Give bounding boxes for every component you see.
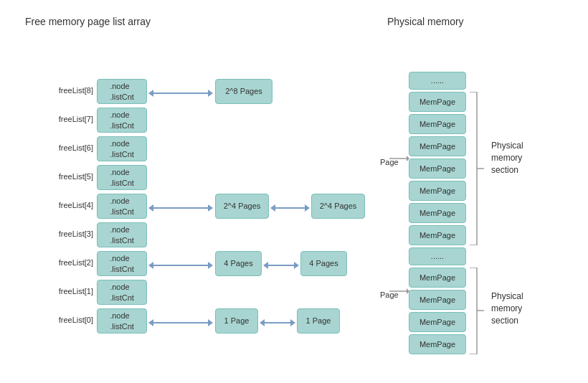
arrow-0-2	[260, 319, 295, 326]
phys-section-label-2: Physicalmemorysection	[491, 290, 523, 326]
phys-mempage-1-2: MemPage	[409, 114, 466, 134]
arrowhead	[305, 204, 310, 212]
phys-dots-1: ......	[409, 72, 466, 90]
arrowhead	[260, 319, 265, 326]
node-box-2: .node.listCnt	[97, 251, 147, 276]
arrowhead	[270, 204, 275, 212]
page-box-0-2: 1 Page	[297, 308, 340, 334]
arrowhead	[208, 90, 213, 97]
page-box-2-1: 4 Pages	[215, 251, 262, 276]
arrowhead	[148, 319, 153, 326]
node-box-8: .node.listCnt	[97, 79, 147, 104]
phys-mempage-1-3: MemPage	[409, 136, 466, 156]
arrowhead	[290, 319, 295, 326]
arrow-line	[275, 207, 305, 209]
free-list-title: Free memory page list array	[25, 16, 151, 27]
svg-marker-1	[407, 156, 409, 161]
node-box-0: .node.listCnt	[97, 308, 147, 334]
phys-mempage-1-6: MemPage	[409, 203, 466, 223]
arrow-2-2	[263, 262, 299, 269]
arrowhead	[294, 262, 299, 269]
node-box-3: .node.listCnt	[97, 222, 147, 247]
arrow-line	[153, 265, 208, 266]
page-box-4-1: 2^4 Pages	[215, 194, 269, 219]
page-arrow-2	[389, 281, 409, 301]
phys-mempage-2-2: MemPage	[409, 290, 466, 310]
brace-2	[466, 268, 488, 354]
arrow-line	[153, 322, 208, 323]
free-label-8: freeList[8]	[36, 86, 93, 95]
page-box-0-1: 1 Page	[215, 308, 258, 334]
phys-mempage-1-1: MemPage	[409, 92, 466, 112]
page-box-2-2: 4 Pages	[300, 251, 347, 276]
phys-dots-2: ......	[409, 247, 466, 265]
arrow-line	[153, 207, 208, 209]
node-box-5: .node.listCnt	[97, 165, 147, 190]
free-label-4: freeList[4]	[36, 201, 93, 209]
arrow-4-1	[148, 204, 213, 212]
node-box-6: .node.listCnt	[97, 136, 147, 161]
page-box-4-2: 2^4 Pages	[311, 194, 365, 219]
brace-1	[466, 92, 488, 245]
svg-marker-3	[407, 288, 409, 294]
arrow-line	[153, 93, 208, 94]
free-label-7: freeList[7]	[36, 115, 93, 123]
phys-mempage-2-3: MemPage	[409, 312, 466, 332]
node-box-4: .node.listCnt	[97, 194, 147, 219]
free-label-1: freeList[1]	[36, 287, 93, 295]
arrow-2-1	[148, 262, 213, 269]
arrow-line	[265, 322, 290, 323]
arrowhead	[148, 204, 153, 212]
phys-mempage-1-5: MemPage	[409, 181, 466, 201]
page-box-8-1: 2^8 Pages	[215, 79, 272, 104]
node-box-7: .node.listCnt	[97, 108, 147, 133]
arrowhead	[208, 262, 213, 269]
physical-title: Physical memory	[387, 16, 464, 27]
phys-mempage-1-4: MemPage	[409, 159, 466, 179]
arrow-4-2	[270, 204, 310, 212]
free-label-6: freeList[6]	[36, 143, 93, 152]
node-box-1: .node.listCnt	[97, 280, 147, 305]
phys-mempage-1-7: MemPage	[409, 225, 466, 245]
arrowhead	[263, 262, 268, 269]
free-label-3: freeList[3]	[36, 230, 93, 238]
arrow-0-1	[148, 319, 213, 326]
arrowhead	[208, 319, 213, 326]
phys-mempage-2-4: MemPage	[409, 334, 466, 354]
phys-mempage-2-1: MemPage	[409, 268, 466, 288]
page-arrow-1	[389, 148, 409, 169]
diagram-container: Free memory page list array Physical mem…	[0, 0, 588, 383]
free-label-5: freeList[5]	[36, 172, 93, 181]
free-label-0: freeList[0]	[36, 316, 93, 324]
arrowhead	[208, 204, 213, 212]
arrowhead	[148, 90, 153, 97]
arrow-8-1	[148, 90, 213, 97]
arrow-line	[268, 265, 294, 266]
free-label-2: freeList[2]	[36, 258, 93, 267]
phys-section-label-1: Physicalmemorysection	[491, 140, 523, 176]
arrowhead	[148, 262, 153, 269]
